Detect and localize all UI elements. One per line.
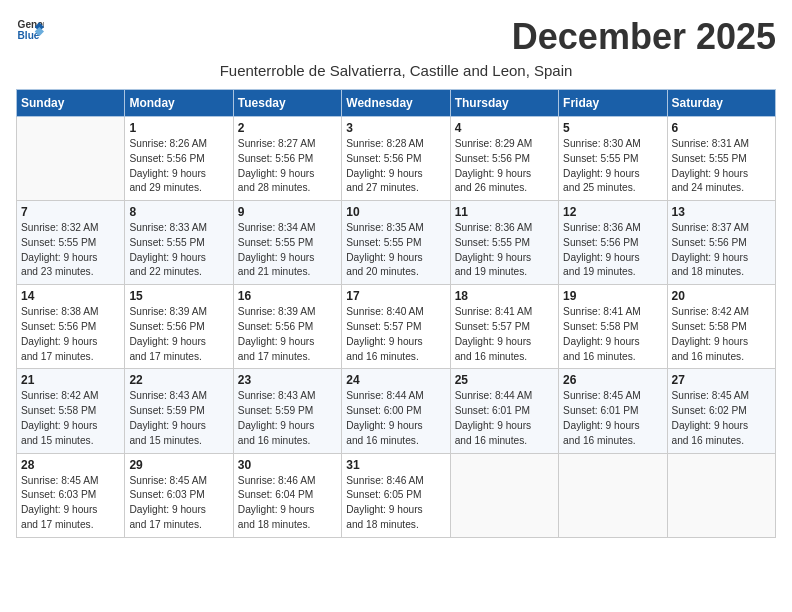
- calendar-cell: 27Sunrise: 8:45 AM Sunset: 6:02 PM Dayli…: [667, 369, 775, 453]
- calendar-cell: 25Sunrise: 8:44 AM Sunset: 6:01 PM Dayli…: [450, 369, 558, 453]
- calendar-cell: 28Sunrise: 8:45 AM Sunset: 6:03 PM Dayli…: [17, 453, 125, 537]
- calendar-cell: [17, 117, 125, 201]
- calendar-cell: 5Sunrise: 8:30 AM Sunset: 5:55 PM Daylig…: [559, 117, 667, 201]
- calendar-cell: 6Sunrise: 8:31 AM Sunset: 5:55 PM Daylig…: [667, 117, 775, 201]
- calendar-body: 1Sunrise: 8:26 AM Sunset: 5:56 PM Daylig…: [17, 117, 776, 538]
- weekday-header-friday: Friday: [559, 90, 667, 117]
- top-row: General Blue December 2025: [16, 16, 776, 60]
- calendar-cell: 13Sunrise: 8:37 AM Sunset: 5:56 PM Dayli…: [667, 201, 775, 285]
- day-info: Sunrise: 8:42 AM Sunset: 5:58 PM Dayligh…: [672, 305, 771, 364]
- calendar-cell: 1Sunrise: 8:26 AM Sunset: 5:56 PM Daylig…: [125, 117, 233, 201]
- day-number: 9: [238, 205, 337, 219]
- calendar-cell: 4Sunrise: 8:29 AM Sunset: 5:56 PM Daylig…: [450, 117, 558, 201]
- calendar-cell: 31Sunrise: 8:46 AM Sunset: 6:05 PM Dayli…: [342, 453, 450, 537]
- calendar-header-row: SundayMondayTuesdayWednesdayThursdayFrid…: [17, 90, 776, 117]
- day-info: Sunrise: 8:46 AM Sunset: 6:04 PM Dayligh…: [238, 474, 337, 533]
- calendar-cell: 19Sunrise: 8:41 AM Sunset: 5:58 PM Dayli…: [559, 285, 667, 369]
- day-number: 22: [129, 373, 228, 387]
- day-info: Sunrise: 8:43 AM Sunset: 5:59 PM Dayligh…: [129, 389, 228, 448]
- day-info: Sunrise: 8:32 AM Sunset: 5:55 PM Dayligh…: [21, 221, 120, 280]
- calendar-cell: 2Sunrise: 8:27 AM Sunset: 5:56 PM Daylig…: [233, 117, 341, 201]
- day-info: Sunrise: 8:33 AM Sunset: 5:55 PM Dayligh…: [129, 221, 228, 280]
- day-number: 27: [672, 373, 771, 387]
- calendar-week-row: 1Sunrise: 8:26 AM Sunset: 5:56 PM Daylig…: [17, 117, 776, 201]
- day-info: Sunrise: 8:42 AM Sunset: 5:58 PM Dayligh…: [21, 389, 120, 448]
- day-number: 5: [563, 121, 662, 135]
- day-info: Sunrise: 8:29 AM Sunset: 5:56 PM Dayligh…: [455, 137, 554, 196]
- day-number: 29: [129, 458, 228, 472]
- day-info: Sunrise: 8:46 AM Sunset: 6:05 PM Dayligh…: [346, 474, 445, 533]
- day-info: Sunrise: 8:37 AM Sunset: 5:56 PM Dayligh…: [672, 221, 771, 280]
- month-title: December 2025: [512, 16, 776, 58]
- calendar-cell: 8Sunrise: 8:33 AM Sunset: 5:55 PM Daylig…: [125, 201, 233, 285]
- calendar-cell: 10Sunrise: 8:35 AM Sunset: 5:55 PM Dayli…: [342, 201, 450, 285]
- day-number: 15: [129, 289, 228, 303]
- calendar-week-row: 21Sunrise: 8:42 AM Sunset: 5:58 PM Dayli…: [17, 369, 776, 453]
- day-info: Sunrise: 8:28 AM Sunset: 5:56 PM Dayligh…: [346, 137, 445, 196]
- calendar-week-row: 14Sunrise: 8:38 AM Sunset: 5:56 PM Dayli…: [17, 285, 776, 369]
- day-info: Sunrise: 8:38 AM Sunset: 5:56 PM Dayligh…: [21, 305, 120, 364]
- day-info: Sunrise: 8:27 AM Sunset: 5:56 PM Dayligh…: [238, 137, 337, 196]
- day-info: Sunrise: 8:41 AM Sunset: 5:58 PM Dayligh…: [563, 305, 662, 364]
- calendar-cell: 14Sunrise: 8:38 AM Sunset: 5:56 PM Dayli…: [17, 285, 125, 369]
- calendar-cell: 30Sunrise: 8:46 AM Sunset: 6:04 PM Dayli…: [233, 453, 341, 537]
- weekday-header-sunday: Sunday: [17, 90, 125, 117]
- day-info: Sunrise: 8:44 AM Sunset: 6:01 PM Dayligh…: [455, 389, 554, 448]
- day-info: Sunrise: 8:44 AM Sunset: 6:00 PM Dayligh…: [346, 389, 445, 448]
- calendar-table: SundayMondayTuesdayWednesdayThursdayFrid…: [16, 89, 776, 538]
- day-number: 10: [346, 205, 445, 219]
- day-number: 11: [455, 205, 554, 219]
- day-info: Sunrise: 8:39 AM Sunset: 5:56 PM Dayligh…: [129, 305, 228, 364]
- day-number: 24: [346, 373, 445, 387]
- day-info: Sunrise: 8:36 AM Sunset: 5:55 PM Dayligh…: [455, 221, 554, 280]
- day-number: 4: [455, 121, 554, 135]
- location-subtitle: Fuenterroble de Salvatierra, Castille an…: [16, 62, 776, 79]
- day-info: Sunrise: 8:45 AM Sunset: 6:01 PM Dayligh…: [563, 389, 662, 448]
- weekday-header-wednesday: Wednesday: [342, 90, 450, 117]
- calendar-cell: 22Sunrise: 8:43 AM Sunset: 5:59 PM Dayli…: [125, 369, 233, 453]
- day-number: 21: [21, 373, 120, 387]
- day-info: Sunrise: 8:31 AM Sunset: 5:55 PM Dayligh…: [672, 137, 771, 196]
- calendar-cell: 16Sunrise: 8:39 AM Sunset: 5:56 PM Dayli…: [233, 285, 341, 369]
- day-number: 8: [129, 205, 228, 219]
- day-number: 20: [672, 289, 771, 303]
- day-info: Sunrise: 8:35 AM Sunset: 5:55 PM Dayligh…: [346, 221, 445, 280]
- day-info: Sunrise: 8:36 AM Sunset: 5:56 PM Dayligh…: [563, 221, 662, 280]
- calendar-cell: [559, 453, 667, 537]
- calendar-cell: 11Sunrise: 8:36 AM Sunset: 5:55 PM Dayli…: [450, 201, 558, 285]
- calendar-cell: 26Sunrise: 8:45 AM Sunset: 6:01 PM Dayli…: [559, 369, 667, 453]
- day-number: 23: [238, 373, 337, 387]
- calendar-cell: 15Sunrise: 8:39 AM Sunset: 5:56 PM Dayli…: [125, 285, 233, 369]
- weekday-header-saturday: Saturday: [667, 90, 775, 117]
- day-number: 1: [129, 121, 228, 135]
- day-info: Sunrise: 8:41 AM Sunset: 5:57 PM Dayligh…: [455, 305, 554, 364]
- weekday-header-thursday: Thursday: [450, 90, 558, 117]
- day-info: Sunrise: 8:45 AM Sunset: 6:02 PM Dayligh…: [672, 389, 771, 448]
- calendar-cell: 20Sunrise: 8:42 AM Sunset: 5:58 PM Dayli…: [667, 285, 775, 369]
- weekday-header-tuesday: Tuesday: [233, 90, 341, 117]
- day-number: 13: [672, 205, 771, 219]
- calendar-cell: 3Sunrise: 8:28 AM Sunset: 5:56 PM Daylig…: [342, 117, 450, 201]
- day-info: Sunrise: 8:43 AM Sunset: 5:59 PM Dayligh…: [238, 389, 337, 448]
- day-number: 31: [346, 458, 445, 472]
- day-number: 28: [21, 458, 120, 472]
- calendar-cell: 29Sunrise: 8:45 AM Sunset: 6:03 PM Dayli…: [125, 453, 233, 537]
- calendar-cell: [667, 453, 775, 537]
- calendar-week-row: 7Sunrise: 8:32 AM Sunset: 5:55 PM Daylig…: [17, 201, 776, 285]
- day-info: Sunrise: 8:39 AM Sunset: 5:56 PM Dayligh…: [238, 305, 337, 364]
- day-number: 17: [346, 289, 445, 303]
- day-number: 2: [238, 121, 337, 135]
- calendar-cell: 24Sunrise: 8:44 AM Sunset: 6:00 PM Dayli…: [342, 369, 450, 453]
- day-number: 30: [238, 458, 337, 472]
- day-number: 19: [563, 289, 662, 303]
- calendar-cell: 21Sunrise: 8:42 AM Sunset: 5:58 PM Dayli…: [17, 369, 125, 453]
- calendar-cell: [450, 453, 558, 537]
- day-info: Sunrise: 8:26 AM Sunset: 5:56 PM Dayligh…: [129, 137, 228, 196]
- day-info: Sunrise: 8:45 AM Sunset: 6:03 PM Dayligh…: [129, 474, 228, 533]
- day-number: 3: [346, 121, 445, 135]
- day-info: Sunrise: 8:40 AM Sunset: 5:57 PM Dayligh…: [346, 305, 445, 364]
- logo: General Blue: [16, 16, 46, 44]
- calendar-cell: 23Sunrise: 8:43 AM Sunset: 5:59 PM Dayli…: [233, 369, 341, 453]
- calendar-week-row: 28Sunrise: 8:45 AM Sunset: 6:03 PM Dayli…: [17, 453, 776, 537]
- calendar-cell: 17Sunrise: 8:40 AM Sunset: 5:57 PM Dayli…: [342, 285, 450, 369]
